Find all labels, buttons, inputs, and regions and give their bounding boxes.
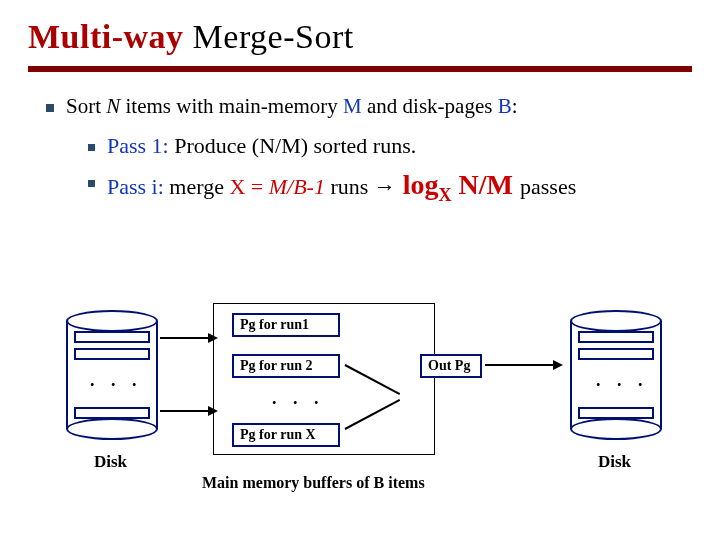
log-text: logX N/M: [396, 169, 520, 200]
arrow-line: [160, 337, 210, 339]
disk-label-left: Disk: [94, 452, 127, 472]
bullet1-text: Sort N items with main-memory M and disk…: [66, 94, 518, 119]
content-area: Sort N items with main-memory M and disk…: [0, 72, 720, 206]
diagram: . . . Disk . . . Disk Pg for run1 Pg for…: [0, 310, 720, 530]
bullet-level1: Sort N items with main-memory M and disk…: [46, 94, 692, 119]
disk-bar: [74, 407, 150, 419]
disk-bar: [74, 331, 150, 343]
var-n: N: [106, 94, 120, 118]
disk-bar: [578, 348, 654, 360]
t: :: [512, 94, 518, 118]
arrow-head-icon: [553, 360, 563, 370]
bullet-square-icon: [46, 104, 54, 112]
bullet-level2-b: Pass i: merge X = M/B-1 runs → logX N/M …: [88, 169, 692, 206]
t: log: [396, 169, 439, 200]
arrow-head-icon: [208, 406, 218, 416]
mb1: M/B-1: [269, 174, 325, 199]
arrow-line: [160, 410, 210, 412]
var-m: M: [343, 94, 362, 118]
dots-mid: . . .: [272, 388, 325, 409]
passi-label: Pass i:: [107, 174, 164, 199]
x-eq: X =: [229, 174, 268, 199]
disk-bar: [578, 331, 654, 343]
slide-title: Multi-way Merge-Sort: [0, 0, 720, 62]
disk-bar: [578, 407, 654, 419]
title-red: Multi-way: [28, 18, 184, 55]
title-rest: Merge-Sort: [184, 18, 354, 55]
arrow-head-icon: [208, 333, 218, 343]
arrow-icon: →: [374, 174, 396, 199]
pass1-label: Pass 1:: [107, 133, 169, 158]
bullet2a-text: Pass 1: Produce (N/M) sorted runs.: [107, 133, 416, 159]
t: merge: [164, 174, 230, 199]
dots-right: . . .: [596, 370, 649, 391]
sub: X: [439, 185, 452, 205]
bullet2b-text: Pass i: merge X = M/B-1 runs → logX N/M …: [107, 169, 576, 206]
pg-run1-box: Pg for run1: [232, 313, 340, 337]
out-pg-box: Out Pg: [420, 354, 482, 378]
t: Produce (N/M) sorted runs.: [169, 133, 416, 158]
disk-bar: [74, 348, 150, 360]
bullet-square-icon: [88, 144, 95, 151]
pg-runx-box: Pg for run X: [232, 423, 340, 447]
bullet-level2-a: Pass 1: Produce (N/M) sorted runs.: [88, 133, 692, 159]
t: runs: [325, 174, 374, 199]
var-b: B: [498, 94, 512, 118]
t: Sort: [66, 94, 106, 118]
t: and disk-pages: [362, 94, 498, 118]
t: passes: [520, 174, 576, 199]
main-memory-label: Main memory buffers of B items: [202, 474, 425, 492]
arrow-line: [485, 364, 555, 366]
t: items with main-memory: [120, 94, 343, 118]
dots-left: . . .: [90, 370, 143, 391]
pg-run2-box: Pg for run 2: [232, 354, 340, 378]
disk-label-right: Disk: [598, 452, 631, 472]
bullet-square-icon: [88, 180, 95, 187]
t: N/M: [452, 169, 520, 200]
